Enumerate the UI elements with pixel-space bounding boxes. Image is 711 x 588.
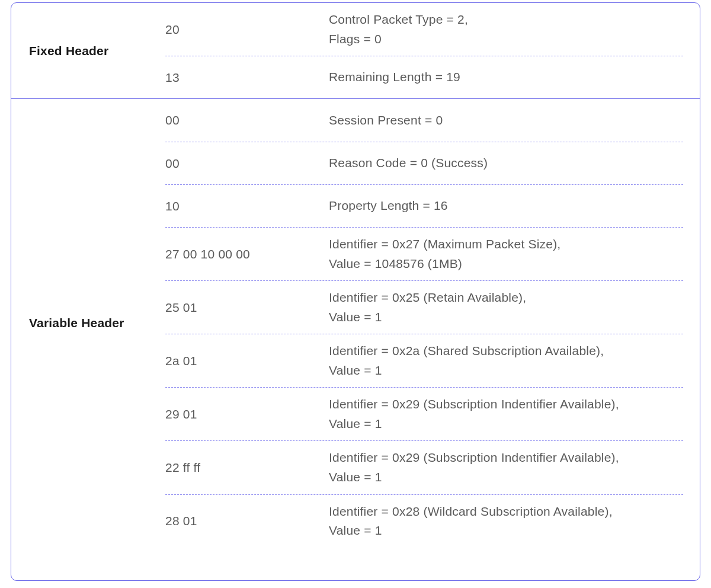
description: Control Packet Type = 2,Flags = 0 bbox=[329, 10, 683, 49]
table-row: 25 01 Identifier = 0x25 (Retain Availabl… bbox=[165, 280, 683, 334]
description: Identifier = 0x2a (Shared Subscription A… bbox=[329, 341, 683, 380]
hex-bytes: 2a 01 bbox=[165, 354, 329, 368]
description: Identifier = 0x29 (Subscription Indentif… bbox=[329, 395, 683, 433]
section-fixed-header: Fixed Header 20 Control Packet Type = 2,… bbox=[11, 3, 700, 98]
hex-bytes: 13 bbox=[165, 71, 329, 85]
section-rows: 20 Control Packet Type = 2,Flags = 0 13 … bbox=[165, 3, 700, 98]
description: Reason Code = 0 (Success) bbox=[329, 154, 683, 173]
description: Identifier = 0x27 (Maximum Packet Size),… bbox=[329, 235, 683, 273]
description: Remaining Length = 19 bbox=[329, 68, 683, 87]
table-row: 00 Reason Code = 0 (Success) bbox=[165, 142, 683, 184]
description: Identifier = 0x29 (Subscription Indentif… bbox=[329, 448, 683, 487]
section-label: Fixed Header bbox=[11, 3, 165, 98]
table-row: 29 01 Identifier = 0x29 (Subscription In… bbox=[165, 387, 683, 440]
hex-bytes: 25 01 bbox=[165, 301, 329, 315]
table-row: 20 Control Packet Type = 2,Flags = 0 bbox=[165, 3, 683, 56]
hex-bytes: 00 bbox=[165, 156, 329, 171]
hex-bytes: 22 ff ff bbox=[165, 461, 329, 475]
hex-bytes: 27 00 10 00 00 bbox=[165, 247, 329, 261]
table-row: 28 01 Identifier = 0x28 (Wildcard Subscr… bbox=[165, 494, 683, 548]
table-row: 10 Property Length = 16 bbox=[165, 184, 683, 227]
packet-breakdown-table: Fixed Header 20 Control Packet Type = 2,… bbox=[11, 2, 700, 581]
section-rows: 00 Session Present = 0 00 Reason Code = … bbox=[165, 99, 700, 548]
hex-bytes: 28 01 bbox=[165, 514, 329, 528]
table-row: 27 00 10 00 00 Identifier = 0x27 (Maximu… bbox=[165, 227, 683, 280]
section-variable-header: Variable Header 00 Session Present = 0 0… bbox=[11, 98, 700, 548]
hex-bytes: 20 bbox=[165, 23, 329, 37]
description: Property Length = 16 bbox=[329, 196, 683, 216]
table-row: 2a 01 Identifier = 0x2a (Shared Subscrip… bbox=[165, 334, 683, 387]
hex-bytes: 00 bbox=[165, 113, 329, 127]
hex-bytes: 10 bbox=[165, 199, 329, 213]
section-label: Variable Header bbox=[11, 99, 165, 548]
table-row: 13 Remaining Length = 19 bbox=[165, 56, 683, 98]
table-row: 22 ff ff Identifier = 0x29 (Subscription… bbox=[165, 440, 683, 494]
hex-bytes: 29 01 bbox=[165, 407, 329, 421]
description: Identifier = 0x25 (Retain Available),Val… bbox=[329, 288, 683, 327]
description: Identifier = 0x28 (Wildcard Subscription… bbox=[329, 502, 683, 541]
table-row: 00 Session Present = 0 bbox=[165, 99, 683, 142]
description: Session Present = 0 bbox=[329, 111, 683, 130]
